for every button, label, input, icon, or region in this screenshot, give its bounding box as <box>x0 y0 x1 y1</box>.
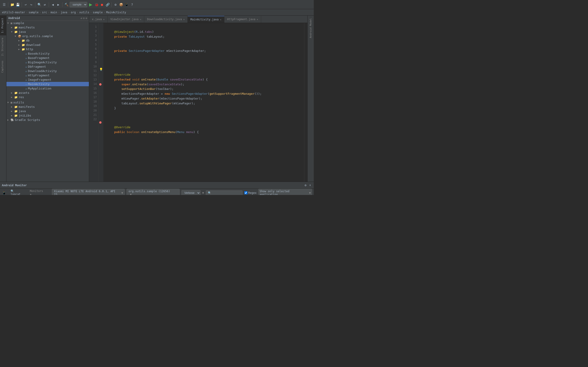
tree-label-mainactivity: MainActivity <box>28 82 50 86</box>
tree-node-bigimageactivity[interactable]: ☕ BigImageActivity <box>6 60 89 65</box>
tree-node-res[interactable]: ▶ 📁 res <box>6 95 89 99</box>
folder-icon-res: 📁 <box>14 96 18 99</box>
tree-header-title: Android <box>8 17 20 20</box>
tab-label-x-java: x.java <box>92 18 102 21</box>
tree-node-org-xutils[interactable]: ▼ 📦 org.xutils.sample <box>6 34 89 38</box>
breadcrumb-item-sample[interactable]: sample <box>28 11 38 14</box>
tree-node-db[interactable]: ▶ 📁 db <box>6 38 89 43</box>
tree-node-baseactivity[interactable]: ☕ BaseActivity <box>6 51 89 56</box>
tab-x-java[interactable]: x.java ✕ <box>89 16 107 23</box>
breadcrumb-item-xutils[interactable]: xutils <box>79 11 89 14</box>
redo-icon[interactable]: ↪ <box>29 2 34 7</box>
monitor-settings-icon[interactable]: ⚙ <box>304 183 307 187</box>
panel-tab-project[interactable]: 1: Project <box>0 16 6 35</box>
monitor-download-icon[interactable]: ⬇ <box>308 183 312 187</box>
separator-5 <box>62 2 62 7</box>
save-icon[interactable]: 💾 <box>15 2 20 7</box>
tree-label-dbfragment: DbFragment <box>28 65 46 68</box>
avd-manager-icon[interactable]: 📱 <box>124 2 129 7</box>
device-selector[interactable]: sample <box>69 2 87 7</box>
attach-debugger-icon[interactable]: 🔗 <box>105 2 110 7</box>
tab-close-httpfragment[interactable]: ✕ <box>257 18 258 21</box>
help-icon[interactable]: ? <box>130 2 134 7</box>
regex-checkbox[interactable] <box>244 191 247 194</box>
tree-node-java[interactable]: ▼ 📁 java <box>6 30 89 34</box>
tree-node-sample[interactable]: ▼ ▣ sample <box>6 21 89 25</box>
undo-icon[interactable]: ↩ <box>23 2 28 7</box>
right-tab-android-model[interactable]: Android Model <box>308 17 313 40</box>
back-icon[interactable]: ◀ <box>51 2 55 7</box>
app-display[interactable]: org.xutils.sample (12656) ▼ <box>127 189 180 195</box>
tab-close-viewinjector[interactable]: ✕ <box>140 18 141 21</box>
tree-node-mainactivity[interactable]: ☕ MainActivity <box>6 82 89 86</box>
debug-button[interactable]: 🐞 <box>94 2 99 7</box>
run-button[interactable]: ▶ <box>88 2 93 8</box>
tree-label-db: db <box>26 39 30 42</box>
stop-button[interactable]: ■ <box>100 2 104 7</box>
tree-collapse-icon[interactable]: ⊟ <box>83 17 85 20</box>
show-only-arrow[interactable]: ▼ <box>309 191 311 194</box>
sdk-manager-icon[interactable]: 📦 <box>119 2 123 7</box>
regex-checkbox-label[interactable]: Regex <box>244 191 257 194</box>
breadcrumb-item-java[interactable]: java <box>61 11 67 14</box>
replace-icon[interactable]: ⇄ <box>43 2 47 7</box>
code-content[interactable]: @ViewInject(R.id.tabs) private TabLayout… <box>103 23 304 182</box>
tab-mainactivity[interactable]: MainActivity.java ✕ <box>188 16 225 23</box>
tree-node-download[interactable]: ▶ 📁 download <box>6 43 89 47</box>
panel-tab-structure[interactable]: 2: Structure <box>0 35 6 58</box>
tree-node-assets[interactable]: ▶ 📁 assets <box>6 91 89 95</box>
separator-4 <box>49 2 49 7</box>
device-display[interactable]: Xiaomi MI NOTE LTE Android 6.0.1, API 23… <box>52 189 125 195</box>
gradle-icon: 🐘 <box>10 118 14 122</box>
breadcrumb-item-sample2[interactable]: sample <box>93 11 103 14</box>
breadcrumb-item-org[interactable]: org <box>71 11 76 14</box>
tab-httpfragment[interactable]: HttpFragment.java ✕ <box>225 16 261 23</box>
breakpoint-22[interactable] <box>99 120 103 125</box>
phone-icon[interactable]: 📱 <box>2 191 6 195</box>
breadcrumb-item-project[interactable]: xUtils3-master <box>2 11 25 14</box>
tree-node-downloadactivity[interactable]: ☕ DownloadActivity <box>6 69 89 73</box>
code-editor[interactable]: 12345 678910 1112131415 1617181920 2122 … <box>89 23 307 182</box>
tree-node-myapplication[interactable]: ☕ MyApplication <box>6 86 89 91</box>
tab-downloadactivity[interactable]: DownloadActivity.java ✕ <box>144 16 188 23</box>
folder-icon-download: 📁 <box>22 43 25 47</box>
tree-node-xutils-manifests[interactable]: ▶ 📁 manifests <box>6 105 89 109</box>
menu-icon[interactable]: ☰ <box>2 2 6 7</box>
tab-close-mainactivity[interactable]: ✕ <box>220 18 221 21</box>
build-icon[interactable]: 🔨 <box>64 2 69 7</box>
search-icon[interactable]: 🔍 <box>37 2 42 7</box>
forward-icon[interactable]: ▶ <box>56 2 61 7</box>
log-search-input[interactable] <box>206 190 242 195</box>
tab-monitors[interactable]: Monitors ✚ <box>27 189 48 195</box>
tree-node-basefragment[interactable]: ☕ BaseFragment <box>6 56 89 60</box>
folder-icon[interactable]: 📁 <box>10 2 15 7</box>
annotation-bulb: 💡 <box>99 68 103 73</box>
tree-settings-icon[interactable]: ⚙ <box>86 17 87 20</box>
tree-node-xutils[interactable]: ▼ ▣ xutils <box>6 100 89 105</box>
arrow-sample: ▼ <box>7 22 10 24</box>
tree-label-org-xutils: org.xutils.sample <box>22 34 53 38</box>
panel-tab-captures[interactable]: Captures <box>0 58 6 75</box>
settings-icon[interactable]: ⚙ <box>113 2 118 7</box>
breadcrumb-item-mainactivity[interactable]: MainActivity <box>106 11 126 14</box>
log-level-select[interactable]: Verbose <box>182 190 200 195</box>
tree-label-assets: assets <box>19 91 29 94</box>
tree-node-xutils-jnilibs[interactable]: ▶ 📁 jniLibs <box>6 113 89 118</box>
tree-node-manifests[interactable]: ▶ 📁 manifests <box>6 25 89 30</box>
tab-viewinjector[interactable]: ViewInjector.java ✕ <box>107 16 144 23</box>
tree-node-xutils-java[interactable]: ▶ 📁 java <box>6 109 89 113</box>
tree-node-httpfragment[interactable]: ☕ HttpFragment <box>6 73 89 77</box>
show-only-container[interactable]: Show only selected application ▼ <box>258 189 312 195</box>
tree-node-imagefragment[interactable]: ☕ ImageFragment <box>6 77 89 82</box>
tab-logcat[interactable]: 🔍 logcat <box>8 189 27 195</box>
tree-node-dbfragment[interactable]: ☕ DbFragment <box>6 65 89 69</box>
tab-close-x-java[interactable]: ✕ <box>103 18 104 21</box>
breadcrumb-item-src[interactable]: src <box>42 11 47 14</box>
breadcrumb-item-main[interactable]: main <box>51 11 57 14</box>
breadcrumb: xUtils3-master › sample › src › main › j… <box>0 9 314 16</box>
breakpoint-13[interactable] <box>99 82 103 87</box>
tree-node-gradle-scripts[interactable]: ▶ 🐘 Gradle Scripts <box>6 118 89 122</box>
tree-sync-icon[interactable]: ⇄ <box>81 17 82 20</box>
tree-node-http[interactable]: ▶ 📁 http <box>6 47 89 51</box>
tab-close-downloadactivity[interactable]: ✕ <box>183 18 185 21</box>
